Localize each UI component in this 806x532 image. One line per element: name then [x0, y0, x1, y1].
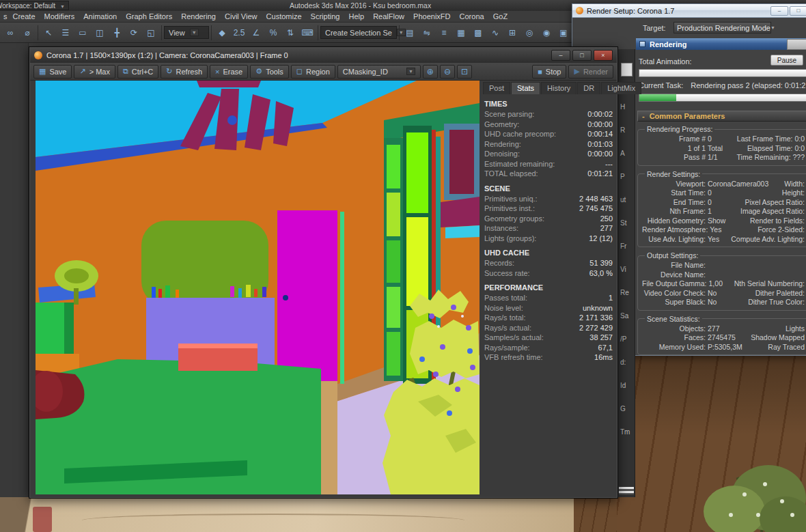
menu-item[interactable]: Help: [345, 12, 367, 20]
vfb-tab[interactable]: Stats: [511, 82, 540, 94]
stats-row: Rays/sample: 67,1: [484, 343, 613, 353]
menu-item[interactable]: PhoenixFD: [410, 12, 454, 20]
menu-item[interactable]: Animation: [80, 12, 120, 20]
named-selection-dropdown[interactable]: Create Selection Se ▼: [320, 26, 397, 39]
render-canvas[interactable]: [36, 81, 480, 494]
tools-button[interactable]: ⚙ Tools: [250, 65, 289, 79]
settings-row: Render Atmosphere: Yes Force 2-Sided:: [642, 225, 805, 235]
toolbar-separator: [211, 25, 212, 40]
pause-button[interactable]: Pause: [770, 55, 803, 66]
target-label: Target:: [643, 24, 666, 32]
render-button-clipped[interactable]: [787, 39, 806, 50]
setting-right-label: Compute Adv. Lighting:: [727, 235, 805, 244]
reference-coordinate-dropdown[interactable]: View ▼: [164, 26, 209, 39]
stats-section: PERFORMANCE Passes total: 1: [484, 283, 613, 363]
to-max-button[interactable]: ↗ > Max: [74, 65, 115, 79]
select-and-manipulate-icon[interactable]: ◆: [214, 25, 230, 41]
erase-button[interactable]: × Erase: [210, 65, 248, 79]
vfb-titlebar[interactable]: Corona 1.7 | 1500×1390px (1:2) | Camera:…: [30, 48, 617, 63]
setting-label: 1 of 1: [642, 144, 708, 154]
menu-item[interactable]: Customize: [263, 12, 305, 20]
vfb-tab[interactable]: LightMix: [601, 82, 641, 94]
unlink-selection-icon[interactable]: ⌀: [19, 25, 36, 41]
rendered-frame-icon[interactable]: ▣: [555, 25, 572, 41]
viewport-wood-floor: [574, 497, 617, 532]
settings-row: Device Name:: [642, 270, 805, 280]
stats-row: Rendering: 0:01:03: [484, 139, 613, 150]
region-button[interactable]: ◻ Region: [291, 65, 335, 79]
setting-value: 277: [708, 324, 720, 334]
rectangular-selection-icon[interactable]: ▭: [74, 25, 91, 41]
workspace-dropdown[interactable]: Workspace: Default▼: [0, 1, 69, 10]
setting-value: Yes: [710, 225, 721, 235]
common-parameters-rollout[interactable]: - Common Parameters: [637, 111, 806, 122]
setting-right-label: Shadow Mapped: [747, 333, 805, 343]
snap-toggle-icon[interactable]: 2.5: [231, 25, 247, 41]
menu-item[interactable]: Create: [10, 12, 39, 20]
stop-button[interactable]: ■ Stop: [532, 65, 566, 79]
vfb-tab[interactable]: History: [541, 82, 576, 94]
mirror-icon[interactable]: ⇋: [419, 25, 435, 41]
close-button[interactable]: ×: [594, 50, 613, 61]
menu-item[interactable]: Rendering: [178, 12, 219, 20]
zoom-fit-button[interactable]: ⊡: [457, 65, 472, 79]
crossing-selection-icon[interactable]: ◫: [92, 25, 108, 41]
stat-label: Noise level:: [484, 303, 523, 313]
maximize-button[interactable]: □: [790, 6, 806, 16]
vfb-tab[interactable]: DR: [577, 82, 600, 94]
menu-item[interactable]: Civil View: [221, 12, 260, 20]
setting-label: Nth Frame:: [642, 207, 708, 216]
maximize-button[interactable]: □: [572, 50, 592, 61]
save-button[interactable]: ▦ Save: [33, 65, 72, 79]
select-by-name-icon[interactable]: ☰: [57, 25, 74, 41]
material-editor-icon[interactable]: ◎: [521, 25, 538, 41]
edit-named-selections-icon[interactable]: ▤: [402, 25, 418, 41]
select-and-link-icon[interactable]: ∞: [2, 25, 18, 41]
layer-manager-icon[interactable]: ▦: [453, 25, 469, 41]
select-and-rotate-icon[interactable]: ⟳: [126, 25, 142, 41]
minimize-button[interactable]: –: [770, 6, 788, 16]
zoom-out-button[interactable]: ⊖: [440, 65, 455, 79]
menu-item[interactable]: Modifiers: [41, 12, 79, 20]
schematic-view-icon[interactable]: ⊞: [504, 25, 520, 41]
align-icon[interactable]: ≡: [436, 25, 452, 41]
angle-snap-icon[interactable]: ∠: [248, 25, 264, 41]
select-and-scale-icon[interactable]: ◱: [143, 25, 159, 41]
menu-item[interactable]: Graph Editors: [122, 12, 176, 20]
select-object-icon[interactable]: ↖: [40, 25, 57, 41]
menu-item[interactable]: Corona: [456, 12, 488, 20]
render-button[interactable]: ▶ Render: [568, 65, 613, 79]
graphite-ribbon-icon[interactable]: ▩: [470, 25, 486, 41]
keyboard-override-icon[interactable]: ⌨: [299, 25, 316, 41]
refresh-button[interactable]: ↻ Refresh: [161, 65, 208, 79]
scrollbar-thumb[interactable]: [621, 63, 633, 76]
zoom-in-button[interactable]: ⊕: [423, 65, 438, 79]
setting-label: File Name:: [642, 261, 708, 270]
menu-item[interactable]: GoZ: [490, 12, 511, 20]
setting-label: Video Color Check:: [642, 289, 708, 298]
stat-label: Geometry groups:: [484, 214, 544, 224]
settings-row: File Output Gamma: 1,00 Nth Serial Numbe…: [642, 279, 805, 289]
rendering-section-header: Rendering: [636, 38, 806, 50]
stat-value: 16ms: [594, 352, 613, 363]
render-channel-dropdown[interactable]: CMasking_ID ▼: [337, 65, 421, 79]
vfb-tab[interactable]: Post: [483, 82, 510, 94]
setting-right-label: Ray Traced: [764, 343, 805, 352]
percent-snap-icon[interactable]: %: [265, 25, 281, 41]
stats-row: Estimated remaining: ---: [484, 159, 613, 169]
curve-editor-icon[interactable]: ∿: [487, 25, 503, 41]
stat-value: 2 171 336: [579, 313, 613, 323]
current-task-row: Current Task: Rendering pass 2 (elapsed:…: [639, 81, 806, 89]
stats-section-title: PERFORMANCE: [484, 283, 613, 292]
spinner-snap-icon[interactable]: ⇅: [282, 25, 298, 41]
render-setup-titlebar[interactable]: Render Setup: Corona 1.7 – □: [572, 4, 806, 18]
stat-label: Scene parsing:: [484, 109, 534, 120]
minimize-button[interactable]: –: [551, 50, 570, 61]
target-dropdown[interactable]: Production Rendering Mode ▼: [673, 22, 771, 33]
stats-row: UHD cache precomp: 0:00:14: [484, 129, 613, 139]
menu-item[interactable]: Scripting: [307, 12, 344, 20]
menu-item[interactable]: RealFlow: [370, 12, 408, 20]
select-and-move-icon[interactable]: ╋: [109, 25, 125, 41]
copy-button[interactable]: ⧉ Ctrl+C: [117, 65, 158, 79]
render-setup-icon[interactable]: ◉: [538, 25, 555, 41]
